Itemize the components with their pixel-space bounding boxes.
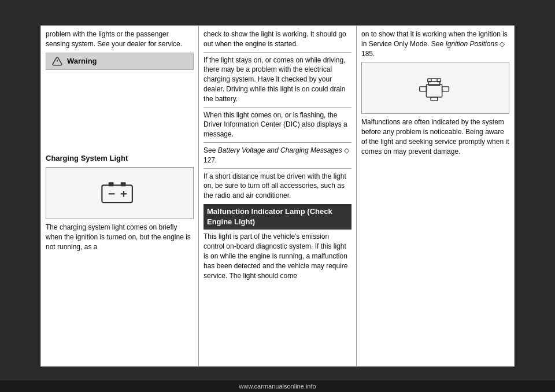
charging-title: Charging System Light [46,153,194,164]
svg-rect-11 [442,87,449,91]
engine-image-box [361,62,509,114]
warning-box: Warning [46,53,194,70]
col2-para3: When this light comes on, or is flashing… [204,110,352,139]
col2-para4: See Battery Voltage and Charging Message… [204,146,352,165]
col1-para1: problem with the lights or the passenger… [46,29,194,49]
col2-block4: See Battery Voltage and Charging Message… [204,142,352,165]
footer-url: www.carmanualsonline.info [239,383,316,390]
svg-rect-8 [426,85,442,98]
col2-para2: If the light stays on, or comes on while… [204,56,352,104]
col2-para1: check to show the light is working. It s… [204,29,352,49]
svg-rect-2 [102,185,132,202]
engine-icon [415,71,456,105]
col2-block5: If a short distance must be driven with … [204,168,352,201]
col3-para1: on to show that it is working when the i… [361,29,509,58]
svg-rect-4 [121,182,126,186]
col1-charging-para: The charging system light comes on brief… [46,223,194,252]
battery-image-box [46,167,194,219]
col2-malfunction-para: This light is part of the vehicle's emis… [204,232,352,280]
battery-icon [99,179,140,208]
column-2: check to show the light is working. It s… [199,26,357,366]
svg-rect-3 [109,182,114,186]
svg-rect-12 [431,97,438,101]
col2-block2: If the light stays on, or comes on while… [204,52,352,104]
svg-rect-10 [420,87,427,91]
column-1: problem with the lights or the passenger… [41,26,199,366]
footer-bar: www.carmanualsonline.info [0,380,555,392]
warning-triangle-icon [52,56,62,66]
col3-malfunction-desc: Malfunctions are often indicated by the … [361,117,509,156]
warning-label: Warning [67,56,97,66]
column-3: on to show that it is working when the i… [357,26,514,366]
malfunction-title: Malfunction Indicator Lamp (Check Engine… [204,204,352,230]
col2-para5: If a short distance must be driven with … [204,172,352,201]
col2-block3: When this light comes on, or is flashing… [204,107,352,139]
